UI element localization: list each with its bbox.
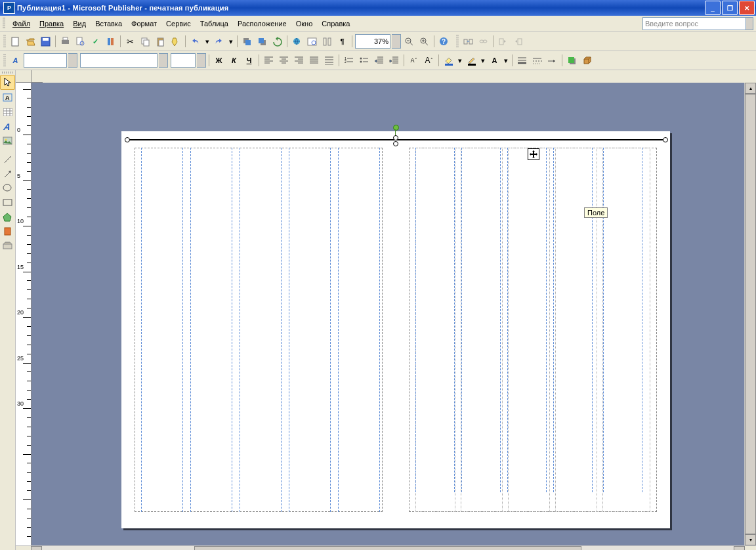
- copy-button[interactable]: [138, 35, 152, 49]
- distribute-button[interactable]: [322, 54, 336, 68]
- paste-button[interactable]: [154, 35, 167, 49]
- next-frame-button[interactable]: [511, 35, 525, 49]
- bullets-button[interactable]: [357, 54, 371, 68]
- palette-handle[interactable]: [2, 72, 14, 74]
- font-color-button[interactable]: A: [488, 54, 501, 68]
- prev-frame-button[interactable]: [496, 35, 510, 49]
- rectangle-tool[interactable]: [1, 196, 14, 209]
- toolbar-handle[interactable]: [3, 54, 6, 67]
- new-button[interactable]: [9, 35, 22, 49]
- dash-style-button[interactable]: [530, 54, 544, 68]
- web-preview-button[interactable]: [305, 35, 319, 49]
- page-left[interactable]: [121, 131, 396, 528]
- scroll-thumb-h[interactable]: [194, 546, 581, 550]
- style-button[interactable]: A: [9, 54, 22, 68]
- zoom-dropdown[interactable]: [392, 34, 401, 49]
- rotation-handle[interactable]: [393, 125, 399, 131]
- zoom-combo[interactable]: 37%: [355, 34, 390, 49]
- page-right[interactable]: [396, 131, 670, 528]
- underline-button[interactable]: Ч: [242, 54, 256, 68]
- line-tool[interactable]: [1, 152, 14, 166]
- line-style-button[interactable]: [515, 54, 529, 68]
- style-combo[interactable]: [24, 53, 67, 68]
- open-button[interactable]: [24, 35, 37, 49]
- horizontal-scrollbar[interactable]: ◂ ▸: [16, 545, 756, 550]
- font-color-dropdown[interactable]: ▾: [503, 54, 509, 68]
- redo-dropdown[interactable]: ▾: [227, 35, 234, 49]
- undo-dropdown[interactable]: ▾: [203, 35, 211, 49]
- resize-handle-left[interactable]: [125, 137, 130, 142]
- break-link-button[interactable]: [476, 35, 490, 49]
- scroll-right-button[interactable]: ▸: [734, 546, 745, 550]
- ask-dropdown[interactable]: [746, 17, 753, 30]
- research-button[interactable]: [104, 35, 117, 49]
- save-button[interactable]: [39, 35, 52, 49]
- bold-button[interactable]: Ж: [212, 54, 226, 68]
- decrease-font-button[interactable]: A˅: [407, 54, 421, 68]
- font-combo[interactable]: [80, 53, 158, 68]
- menu-view[interactable]: Вид: [68, 18, 91, 30]
- menu-table[interactable]: Таблица: [196, 18, 233, 30]
- columns-button[interactable]: [320, 35, 334, 49]
- menu-arrange[interactable]: Расположение: [233, 18, 291, 30]
- ruler-corner[interactable]: [16, 70, 32, 83]
- maximize-button[interactable]: ❐: [722, 1, 738, 15]
- arrow-style-button[interactable]: [545, 54, 559, 68]
- spellcheck-button[interactable]: ✓: [89, 35, 102, 49]
- autoshapes-tool[interactable]: [1, 210, 14, 224]
- resize-handle-right[interactable]: [663, 137, 668, 142]
- rotate-button[interactable]: [270, 35, 284, 49]
- increase-font-button[interactable]: A˄: [422, 54, 436, 68]
- align-justify-button[interactable]: [307, 54, 321, 68]
- scroll-down-button[interactable]: ▾: [745, 534, 756, 545]
- numbering-button[interactable]: 12: [342, 54, 356, 68]
- bring-forward-button[interactable]: [240, 35, 254, 49]
- align-left-button[interactable]: [262, 54, 276, 68]
- hyperlink-button[interactable]: [290, 35, 304, 49]
- size-combo[interactable]: [171, 53, 196, 68]
- zoom-in-button[interactable]: [417, 35, 431, 49]
- zoom-out-button[interactable]: [402, 35, 416, 49]
- ask-question-input[interactable]: Введите вопрос: [642, 17, 746, 30]
- cut-button[interactable]: ✂: [123, 35, 137, 49]
- print-preview-button[interactable]: [74, 35, 87, 49]
- italic-button[interactable]: К: [227, 54, 241, 68]
- align-right-button[interactable]: [292, 54, 306, 68]
- format-painter-button[interactable]: [169, 35, 182, 49]
- menu-window[interactable]: Окно: [291, 18, 318, 30]
- toolbar-handle-2[interactable]: [456, 35, 459, 48]
- line-color-button[interactable]: [465, 54, 478, 68]
- textbox-tool[interactable]: A: [1, 91, 14, 104]
- menu-format[interactable]: Формат: [127, 18, 161, 30]
- connect-frames-button[interactable]: [461, 35, 475, 49]
- 3d-button[interactable]: [580, 54, 594, 68]
- decrease-indent-button[interactable]: [372, 54, 386, 68]
- menu-insert[interactable]: Вставка: [91, 18, 127, 30]
- scroll-up-button[interactable]: ▴: [745, 83, 756, 94]
- fill-color-button[interactable]: [442, 54, 455, 68]
- print-button[interactable]: [58, 35, 72, 49]
- menu-help[interactable]: Справка: [317, 18, 354, 30]
- minimize-button[interactable]: _: [705, 1, 721, 15]
- vertical-scrollbar[interactable]: ▴ ▾: [744, 83, 756, 545]
- oval-tool[interactable]: [1, 181, 14, 195]
- menubar-handle[interactable]: [3, 18, 5, 30]
- help-button[interactable]: ?: [437, 35, 451, 49]
- increase-indent-button[interactable]: [387, 54, 401, 68]
- shadow-button[interactable]: [565, 54, 579, 68]
- pointer-tool[interactable]: [0, 75, 15, 90]
- redo-button[interactable]: [212, 35, 226, 49]
- line-color-dropdown[interactable]: ▾: [480, 54, 486, 68]
- scroll-thumb-v[interactable]: [745, 94, 756, 534]
- scroll-left-button[interactable]: ◂: [31, 546, 42, 550]
- special-chars-button[interactable]: ¶: [335, 35, 349, 49]
- fill-color-dropdown[interactable]: ▾: [457, 54, 463, 68]
- design-gallery-tool[interactable]: [1, 239, 14, 253]
- vertical-ruler[interactable]: 051015202530: [16, 83, 32, 545]
- insert-table-tool[interactable]: [1, 105, 14, 119]
- align-center-button[interactable]: [277, 54, 291, 68]
- canvas[interactable]: Поле: [32, 83, 744, 545]
- menu-tools[interactable]: Сервис: [161, 18, 196, 30]
- font-dropdown[interactable]: [159, 53, 168, 68]
- resize-handle-mid-bottom[interactable]: [393, 141, 398, 146]
